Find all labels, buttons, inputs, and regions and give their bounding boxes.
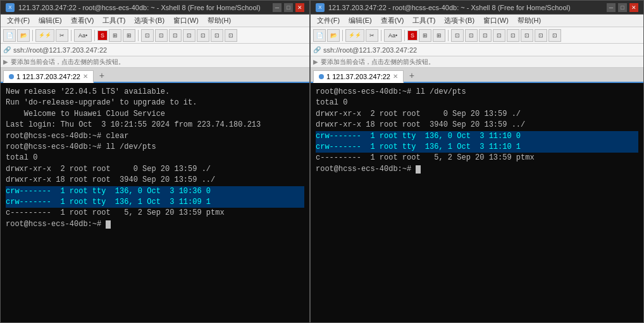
left-tb-new[interactable]: 📄 [3, 29, 16, 42]
left-tb-r7[interactable]: ⊡ [183, 29, 195, 42]
right-session-hint: 要添加当前会话，点击左侧的箭头按钮。 [321, 58, 435, 66]
left-session-hint: 要添加当前会话，点击左侧的箭头按钮。 [11, 58, 125, 66]
left-tb-r10[interactable]: ⊡ [225, 29, 237, 42]
left-term-line-16: root@hcss-ecs-40db:~# [6, 219, 304, 230]
left-menu-view[interactable]: 查看(V) [67, 15, 98, 27]
left-tb-r3[interactable]: ⊞ [123, 29, 135, 42]
left-tb-font[interactable]: Aa• [74, 29, 92, 42]
right-tab-dot [319, 74, 324, 79]
right-menu-file[interactable]: 文件(F) [313, 15, 344, 27]
left-minimize-btn[interactable]: ─ [273, 3, 282, 12]
left-tab-close[interactable]: ✕ [83, 73, 88, 80]
right-menu-tabs[interactable]: 选项卡(B) [440, 15, 478, 27]
left-term-line-10: total 0 [6, 153, 304, 163]
left-close-btn[interactable]: ✕ [295, 3, 304, 12]
left-term-line-15: c--------- 1 root root 5, 2 Sep 20 13:59… [6, 208, 304, 218]
right-tb-font[interactable]: Aa• [384, 29, 402, 42]
right-tab-add[interactable]: + [406, 70, 418, 82]
left-menu-help[interactable]: 帮助(H) [204, 15, 235, 27]
right-tb-sep1 [342, 30, 343, 41]
left-term-line-9: root@hcss-ecs-40db:~# ll /dev/pts [6, 142, 304, 153]
left-menu-window[interactable]: 窗口(W) [170, 15, 202, 27]
right-title-bar: X 121.37.203.247:22 - root@hcss-ecs-40db… [311, 1, 643, 15]
left-tb-r6[interactable]: ⊡ [169, 29, 182, 42]
right-tb-r6[interactable]: ⊡ [479, 29, 492, 42]
right-tb-r9[interactable]: ⊡ [521, 29, 533, 42]
right-tb-r3[interactable]: ⊞ [433, 29, 445, 42]
left-arrow-icon: ▶ [3, 58, 8, 65]
right-tb-r10[interactable]: ⊡ [535, 29, 547, 42]
right-menu-help[interactable]: 帮助(H) [514, 15, 545, 27]
right-tb-r1[interactable]: S [407, 30, 418, 41]
left-term-line-12: drwxr-xr-x 18 root root 3940 Sep 20 13:5… [6, 175, 304, 186]
left-tab-1[interactable]: 1 121.37.203.247:22 ✕ [3, 70, 94, 83]
right-tb-r2[interactable]: ⊞ [419, 29, 431, 42]
right-minimize-btn[interactable]: ─ [607, 3, 616, 12]
left-term-line-7: Last login: Thu Oct 3 10:21:55 2024 from… [6, 120, 304, 130]
left-menu-bar: 文件(F) 编辑(E) 查看(V) 工具(T) 选项卡(B) 窗口(W) 帮助(… [1, 15, 309, 27]
right-toolbar: 📄 📂 ⚡⚡ ✂ Aa• S ⊞ ⊞ ⊡ ⊡ ⊡ ⊡ ⊡ ⊡ ⊡ ⊡ [311, 27, 643, 44]
right-menu-window[interactable]: 窗口(W) [480, 15, 512, 27]
right-tb-open[interactable]: 📂 [327, 29, 340, 42]
right-close-btn[interactable]: ✕ [629, 3, 638, 12]
left-term-line-8: root@hcss-ecs-40db:~# clear [6, 131, 304, 142]
right-term-line-1: total 0 [316, 98, 638, 108]
right-tab-1[interactable]: 1 121.37.203.247:22 ✕ [313, 70, 404, 83]
right-title-controls[interactable]: ─ □ ✕ [607, 3, 638, 12]
left-toolbar: 📄 📂 ⚡⚡ ✂ Aa• S ⊞ ⊞ ⊡ ⊡ ⊡ ⊡ ⊡ ⊡ ⊡ [1, 27, 309, 44]
left-tb-r9[interactable]: ⊡ [211, 29, 223, 42]
left-cursor [106, 220, 111, 229]
left-tb-r4[interactable]: ⊡ [141, 29, 154, 42]
left-menu-edit[interactable]: 编辑(E) [35, 15, 66, 27]
left-tb-open[interactable]: 📂 [17, 29, 30, 42]
left-menu-file[interactable]: 文件(F) [3, 15, 34, 27]
right-tb-r7[interactable]: ⊡ [493, 29, 505, 42]
right-tb-sep3 [404, 30, 405, 41]
right-term-line-3: drwxr-xr-x 18 root root 3940 Sep 20 13:5… [316, 120, 638, 130]
right-menu-edit[interactable]: 编辑(E) [345, 15, 376, 27]
right-tb-sep4 [448, 30, 449, 41]
right-tb-r4[interactable]: ⊡ [451, 29, 464, 42]
left-title-bar: X 121.37.203.247:22 - root@hcss-ecs-40db… [1, 1, 309, 15]
left-maximize-btn[interactable]: □ [284, 3, 293, 12]
right-tb-new[interactable]: 📄 [313, 29, 326, 42]
left-tb-r8[interactable]: ⊡ [197, 29, 209, 42]
left-address-bar: 🔗 ssh://root@121.37.203.247:22 [1, 44, 309, 56]
left-tb-r5[interactable]: ⊡ [155, 29, 168, 42]
left-term-line-1: New release '22.04.5 LTS' available. [6, 87, 304, 98]
right-menu-view[interactable]: 查看(V) [377, 15, 408, 27]
right-tb-r5[interactable]: ⊡ [465, 29, 478, 42]
right-tb-connect[interactable]: ⚡⚡ [345, 29, 364, 42]
left-tb-r2[interactable]: ⊞ [109, 29, 121, 42]
left-window: X 121.37.203.247:22 - root@hcss-ecs-40db… [0, 0, 310, 323]
left-tb-disconnect[interactable]: ✂ [56, 29, 68, 42]
left-tb-connect[interactable]: ⚡⚡ [35, 29, 54, 42]
left-term-line-14: crw------- 1 root tty 136, 1 Oct 3 11:09… [6, 197, 304, 208]
right-tb-sep2 [381, 30, 381, 41]
right-term-line-0: root@hcss-ecs-40db:~# ll /dev/pts [316, 87, 638, 98]
right-term-line-4: crw------- 1 root tty 136, 0 Oct 3 11:10… [316, 131, 638, 142]
left-tb-r1[interactable]: S [97, 30, 108, 41]
right-arrow-icon: ▶ [313, 58, 318, 65]
right-menu-bar: 文件(F) 编辑(E) 查看(V) 工具(T) 选项卡(B) 窗口(W) 帮助(… [311, 15, 643, 27]
right-tab-close[interactable]: ✕ [393, 73, 398, 80]
right-tb-r11[interactable]: ⊡ [548, 29, 561, 42]
left-address-icon: 🔗 [3, 46, 11, 53]
left-tab-label: 1 121.37.203.247:22 [16, 73, 80, 80]
right-maximize-btn[interactable]: □ [618, 3, 627, 12]
right-menu-tools[interactable]: 工具(T) [409, 15, 439, 27]
right-title-left: X 121.37.203.247:22 - root@hcss-ecs-40db… [316, 3, 571, 12]
right-tb-r8[interactable]: ⊡ [507, 29, 519, 42]
right-tab-bar: 1 121.37.203.247:22 ✕ + [311, 68, 643, 83]
left-tab-add[interactable]: + [96, 70, 108, 82]
right-terminal[interactable]: root@hcss-ecs-40db:~# ll /dev/pts total … [311, 83, 643, 322]
right-term-line-2: drwxr-xr-x 2 root root 0 Sep 20 13:59 ./ [316, 109, 638, 120]
left-title-left: X 121.37.203.247:22 - root@hcss-ecs-40db… [6, 3, 261, 12]
left-title-controls[interactable]: ─ □ ✕ [273, 3, 304, 12]
left-address-text: ssh://root@121.37.203.247:22 [13, 46, 107, 54]
left-menu-tools[interactable]: 工具(T) [99, 15, 129, 27]
right-session-bar: ▶ 要添加当前会话，点击左侧的箭头按钮。 [311, 56, 643, 68]
left-menu-tabs[interactable]: 选项卡(B) [130, 15, 168, 27]
right-tb-disconnect[interactable]: ✂ [366, 29, 378, 42]
left-terminal[interactable]: New release '22.04.5 LTS' available. Run… [1, 83, 309, 322]
